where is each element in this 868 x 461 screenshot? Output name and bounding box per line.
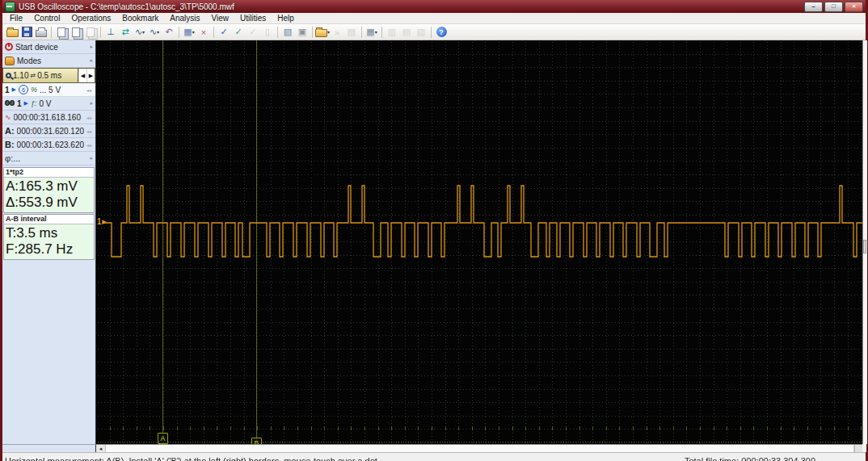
menu-bar: File Control Operations Bookmark Analysi… bbox=[2, 13, 866, 24]
scroll-left-arrow-icon[interactable]: ◂ bbox=[96, 445, 106, 452]
timebase-increase-button[interactable]: ▶ bbox=[86, 69, 95, 82]
trigger-function-icon: ƒ: bbox=[31, 99, 37, 107]
channel-settings-row[interactable]: 1 ▶ 6 % ... 5 V ◂▸ bbox=[2, 83, 95, 97]
tool-b-button[interactable]: ▤ bbox=[399, 26, 414, 39]
panel-tp2-title: 1*tp2 bbox=[4, 168, 94, 178]
vertical-marker-button[interactable]: ⊥ bbox=[103, 26, 118, 39]
signal-scale-down-icon: ∿ bbox=[150, 27, 157, 37]
fragment-sheet-button[interactable]: ▤ bbox=[344, 26, 359, 39]
sync-time-row[interactable]: ∿ 000:00:31.618.160 ◂▸ bbox=[2, 111, 95, 124]
power-icon bbox=[5, 43, 13, 51]
selection-frame-button[interactable]: ▧ bbox=[280, 26, 295, 39]
marker-a-time: 000:00:31.620.120 bbox=[17, 127, 84, 136]
undo-icon: ↶ bbox=[165, 27, 172, 37]
link-frames-button[interactable]: ▣ bbox=[295, 26, 310, 39]
trigger-settings-row[interactable]: 1 ▶ ƒ: 0 V ▸ bbox=[2, 97, 95, 111]
trigger-level: 0 V bbox=[39, 99, 87, 108]
dropdown-caret-icon: ▾ bbox=[157, 29, 159, 35]
tool-c-button[interactable]: ▧ bbox=[414, 26, 428, 39]
horizontal-marker-button[interactable]: ⇄ bbox=[118, 26, 133, 39]
menu-help[interactable]: Help bbox=[272, 13, 300, 23]
tp2-value-delta: Δ:553.9 mV bbox=[6, 195, 92, 211]
sidebar-item-modes[interactable]: Modes ▸ bbox=[2, 54, 95, 68]
status-total-time: Total file time: 000:00:33.304.300 bbox=[685, 456, 815, 461]
toolbar-separator bbox=[381, 27, 382, 38]
close-button[interactable]: × bbox=[845, 2, 863, 12]
horizontal-scrollbar[interactable]: ◂ bbox=[96, 444, 862, 452]
print-icon bbox=[36, 30, 47, 37]
toolbar-separator bbox=[312, 27, 313, 38]
zoom-value: 1.10 bbox=[13, 71, 28, 80]
time-arrows-icon[interactable]: ◂▸ bbox=[86, 115, 93, 120]
measurement-panel-tp2: 1*tp2 A:165.3 mV Δ:553.9 mV bbox=[3, 167, 95, 213]
status-bar: Horizontal measurement: A(B). Install 'A… bbox=[2, 452, 866, 461]
confirm-blue-icon: ✓ bbox=[220, 27, 227, 37]
menu-bookmark[interactable]: Bookmark bbox=[116, 13, 164, 23]
tool-a-button[interactable]: ▥ bbox=[385, 26, 399, 39]
help-button[interactable]: ? bbox=[434, 26, 449, 39]
open-file-button[interactable] bbox=[5, 26, 19, 39]
menu-utilities[interactable]: Utilities bbox=[234, 13, 272, 23]
marker-a-arrows-icon[interactable]: ◂▸ bbox=[86, 128, 93, 134]
save-fragment-button[interactable]: ▾ bbox=[315, 26, 330, 39]
scrollbar-end-grip[interactable] bbox=[854, 445, 862, 452]
menu-view[interactable]: View bbox=[206, 13, 235, 23]
confirm-blue-button[interactable]: ✓ bbox=[217, 26, 231, 39]
waveform-canvas[interactable] bbox=[96, 40, 862, 444]
channel-range: ... 5 V bbox=[40, 86, 84, 94]
marker-b-arrows-icon[interactable]: ◂▸ bbox=[86, 142, 93, 148]
table-view-button[interactable]: ▦▾ bbox=[364, 26, 379, 39]
undo-button[interactable]: ↶ bbox=[162, 26, 176, 39]
export-button[interactable] bbox=[83, 26, 98, 39]
toolbar-separator bbox=[431, 27, 432, 38]
sidebar-item-start-device[interactable]: Start device ▸ bbox=[2, 40, 95, 54]
table-view-icon: ▦ bbox=[366, 27, 374, 37]
marker-a-row[interactable]: A: 000:00:31.620.120 ◂▸ bbox=[2, 124, 95, 138]
save-file-button[interactable] bbox=[19, 26, 34, 39]
signal-scale-down-button[interactable]: ∿▾ bbox=[147, 26, 162, 39]
copy-frame-button[interactable] bbox=[54, 26, 69, 39]
channel-number: 1 bbox=[5, 86, 10, 94]
menu-control[interactable]: Control bbox=[28, 13, 65, 23]
probe-divider-icon: 6 bbox=[19, 85, 28, 94]
phase-row[interactable]: φ:... ▸ bbox=[2, 152, 95, 166]
save-fragment-icon bbox=[315, 29, 327, 37]
print-button[interactable] bbox=[34, 26, 48, 39]
minimize-button[interactable]: – bbox=[804, 2, 823, 12]
menu-analysis[interactable]: Analysis bbox=[164, 13, 205, 23]
vertical-scrollbar[interactable] bbox=[862, 40, 867, 444]
toolbar-separator bbox=[277, 27, 278, 38]
horizontal-scrollbar-thumb[interactable] bbox=[106, 445, 854, 452]
zoom-timebase-row[interactable]: 1.10 ⇄ 0.5 ms ◀ ▶ bbox=[2, 68, 95, 83]
restore-button[interactable]: □ bbox=[824, 2, 843, 12]
toolbar-separator bbox=[100, 27, 101, 38]
confirm-gray-icon: ✓ bbox=[249, 27, 256, 37]
range-arrows-icon[interactable]: ◂▸ bbox=[86, 87, 93, 93]
open-file-icon bbox=[6, 29, 19, 37]
chevron-right-icon: ▸ bbox=[90, 57, 93, 64]
measurement-panel-ab-interval: A-B interval T:3.5 ms F:285.7 Hz bbox=[3, 214, 95, 260]
signal-scale-up-button[interactable]: ∿▾ bbox=[133, 26, 147, 39]
display-mode-button[interactable]: ▦▾ bbox=[182, 26, 196, 39]
dropdown-caret-icon: ▾ bbox=[142, 29, 145, 35]
start-device-label: Start device bbox=[15, 43, 87, 52]
modes-label: Modes bbox=[17, 57, 87, 65]
menu-file[interactable]: File bbox=[4, 13, 28, 23]
next-fragment-button[interactable]: » bbox=[330, 26, 344, 39]
confirm-gray-button[interactable]: ✓ bbox=[246, 26, 260, 39]
copy-frame-icon bbox=[57, 27, 65, 37]
confirm-teal-button[interactable]: ✓ bbox=[231, 26, 246, 39]
report-sheet-button[interactable]: ▯ bbox=[260, 26, 275, 39]
waveform-icon: ∿ bbox=[5, 113, 11, 121]
vertical-scrollbar-thumb[interactable] bbox=[863, 240, 866, 254]
clear-markers-button[interactable]: × bbox=[196, 26, 211, 39]
timebase-decrease-button[interactable]: ◀ bbox=[78, 69, 86, 82]
timebase-value: 0.5 ms bbox=[37, 71, 61, 80]
cursor-a-handle[interactable]: A bbox=[158, 433, 168, 444]
marker-b-row[interactable]: B: 000:00:31.623.620 ◂▸ bbox=[2, 138, 95, 152]
sync-time: 000:00:31.618.160 bbox=[14, 113, 84, 122]
toolbar-separator bbox=[213, 27, 214, 38]
marker-b-time: 000:00:31.623.620 bbox=[17, 140, 84, 149]
menu-operations[interactable]: Operations bbox=[65, 13, 116, 23]
copy-screen-button[interactable] bbox=[69, 26, 83, 39]
